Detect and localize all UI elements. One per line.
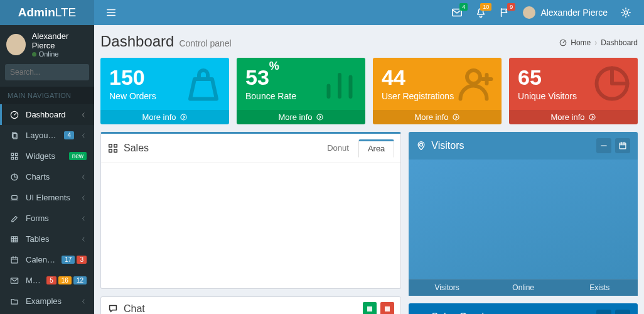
sidebar-item-multilevel[interactable]: Multilevel	[0, 311, 94, 314]
sidebar-item-label: Charts	[26, 172, 74, 181]
sidebar-item-examples[interactable]: Examples	[0, 291, 94, 311]
folder-icon	[9, 297, 19, 306]
stat-box-bounce-rate: 53% Bounce Rate More info	[237, 58, 365, 124]
sidebar-item-forms[interactable]: Forms	[0, 208, 94, 229]
arrow-circle-right-icon	[180, 113, 188, 121]
stat-more-link[interactable]: More info	[237, 110, 365, 124]
bars-icon	[318, 62, 362, 106]
sidebar-toggle[interactable]	[100, 0, 122, 25]
sidebar-badge: 3	[77, 256, 87, 264]
stat-more-link[interactable]: More info	[509, 110, 638, 124]
nav-user-menu[interactable]: Alexander Pierce	[517, 6, 614, 19]
bag-icon	[181, 62, 225, 106]
visitors-map[interactable]	[409, 160, 638, 279]
sidebar-badge: 16	[58, 276, 72, 284]
nav-user-name: Alexander Pierce	[540, 8, 608, 18]
nav-messages[interactable]: 4	[445, 0, 469, 25]
stat-box-user-registrations: 44 User Registrations More info	[373, 58, 502, 124]
envelope-icon	[9, 276, 19, 285]
search-input[interactable]	[5, 64, 89, 80]
edit-icon	[9, 214, 19, 223]
sidebar-item-tables[interactable]: Tables	[0, 229, 94, 249]
nav-settings[interactable]	[614, 0, 638, 25]
dashboard-icon	[9, 111, 19, 119]
brand-bold: Admin	[18, 6, 55, 19]
arrow-circle-right-icon	[588, 113, 596, 121]
chat-title: Chat	[124, 303, 145, 314]
th-icon	[9, 152, 19, 161]
home-icon	[559, 39, 567, 46]
visitors-panel: Visitors VisitorsOnlineExists	[409, 132, 638, 296]
visitors-tab-exists[interactable]: Exists	[561, 279, 638, 296]
stat-more-link[interactable]: More info	[100, 110, 229, 124]
stat-box-new-orders: 150 New Orders More info	[100, 58, 229, 124]
arrow-circle-right-icon	[316, 113, 324, 121]
salesgraph-close[interactable]	[615, 310, 630, 314]
comments-icon	[107, 303, 119, 314]
sidebar-badge: 17	[62, 256, 75, 264]
breadcrumb-home[interactable]: Home	[571, 38, 591, 47]
files-icon	[9, 131, 19, 140]
nav-notifications[interactable]: 10	[469, 0, 493, 25]
sidebar-item-label: Widgets	[26, 151, 63, 161]
sidebar-user-name: Alexander Pierce	[32, 31, 88, 50]
salesgraph-collapse[interactable]	[596, 310, 611, 314]
visitors-title: Visitors	[431, 140, 464, 151]
square-icon	[367, 306, 372, 311]
chevron-left-icon	[80, 298, 87, 305]
brand-light: LTE	[55, 6, 76, 19]
visitors-collapse[interactable]	[596, 138, 611, 153]
sidebar-item-mailbox[interactable]: Mailbox 51612	[0, 270, 94, 291]
chat-status-green[interactable]	[363, 302, 377, 314]
sales-chart-area	[101, 163, 400, 288]
chevron-left-icon	[80, 133, 87, 139]
sidebar-badge: 4	[64, 131, 74, 139]
sales-tab-area[interactable]: Area	[358, 139, 394, 158]
tasks-badge: 9	[507, 3, 515, 11]
gears-icon	[620, 7, 631, 18]
chat-box: Chat Mike Doe	[100, 296, 401, 314]
brand-logo[interactable]: AdminLTE	[0, 0, 94, 25]
svg-rect-21	[367, 306, 372, 311]
sidebar: Alexander Pierce Online MAIN NAVIGATION …	[0, 25, 94, 314]
sidebar-item-widgets[interactable]: Widgets new	[0, 146, 94, 166]
sidebar-item-label: Examples	[26, 296, 74, 306]
stat-more-link[interactable]: More info	[373, 110, 502, 124]
sales-graph-panel: Sales Graph	[409, 303, 638, 314]
nav-tasks[interactable]: 9	[493, 0, 517, 25]
sidebar-item-label: UI Elements	[26, 193, 74, 202]
sidebar-item-dashboard[interactable]: Dashboard	[0, 104, 94, 125]
breadcrumb: Home › Dashboard	[559, 38, 638, 47]
adduser-icon	[454, 62, 498, 106]
chevron-left-icon	[80, 195, 87, 201]
arrow-circle-right-icon	[452, 113, 460, 121]
calendar-icon	[9, 256, 19, 264]
visitors-tab-visitors[interactable]: Visitors	[409, 279, 485, 296]
pie-icon	[9, 173, 19, 181]
notifications-badge: 10	[480, 3, 491, 11]
table-icon	[9, 235, 19, 244]
chevron-left-icon	[80, 112, 87, 118]
sidebar-item-calendar[interactable]: Calendar 173	[0, 249, 94, 270]
stat-box-unique-visitors: 65 Unique Visitors More info	[509, 58, 638, 124]
visitors-date[interactable]	[615, 138, 630, 153]
inbox-icon	[107, 143, 119, 154]
sidebar-item-ui-elements[interactable]: UI Elements	[0, 187, 94, 208]
chat-status-red[interactable]	[380, 302, 394, 314]
laptop-icon	[9, 193, 19, 202]
svg-rect-22	[385, 306, 390, 311]
sales-tab-donut[interactable]: Donut	[318, 139, 358, 157]
chevron-left-icon	[80, 215, 87, 222]
messages-badge: 4	[459, 3, 468, 11]
avatar	[523, 6, 535, 19]
visitors-tab-online[interactable]: Online	[485, 279, 562, 296]
sidebar-badge: 5	[46, 276, 56, 284]
sales-title: Sales	[124, 143, 149, 154]
sidebar-badge: new	[69, 152, 87, 160]
chevron-left-icon	[80, 174, 87, 180]
sidebar-item-charts[interactable]: Charts	[0, 166, 94, 187]
breadcrumb-current: Dashboard	[601, 38, 638, 47]
sidebar-item-layout-options[interactable]: Layout Options 4	[0, 125, 94, 146]
minus-icon	[599, 141, 608, 150]
sales-graph-title: Sales Graph	[431, 311, 487, 314]
